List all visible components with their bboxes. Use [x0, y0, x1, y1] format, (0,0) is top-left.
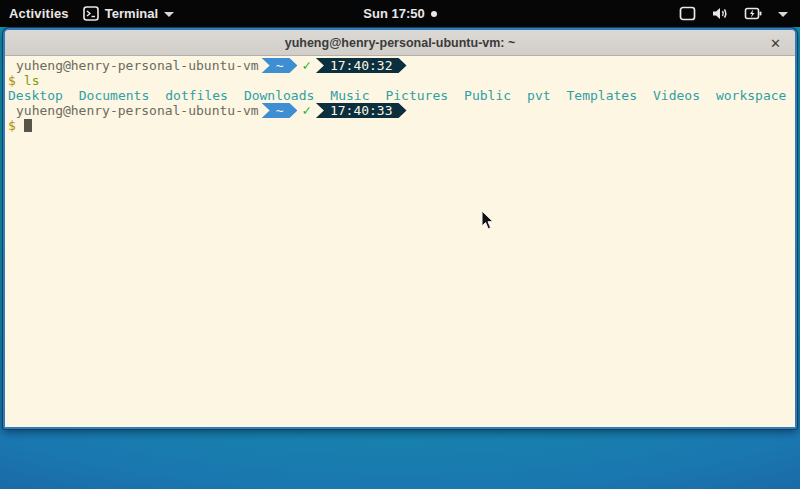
directory-entry: Public — [464, 88, 511, 103]
directory-listing: DesktopDocumentsdotfilesDownloadsMusicPi… — [8, 88, 792, 103]
activities-button[interactable]: Activities — [9, 6, 69, 21]
clock-label: Sun 17:50 — [363, 6, 424, 21]
powerline-cwd-segment: ~ — [262, 58, 298, 73]
app-menu-label: Terminal — [105, 6, 158, 21]
directory-entry: Music — [330, 88, 369, 103]
notification-dot — [431, 11, 437, 17]
prompt-user-host: yuheng@henry-personal-ubuntu-vm — [16, 58, 259, 73]
directory-entry: Templates — [567, 88, 637, 103]
command-line: $ ls — [8, 73, 792, 88]
app-menu-terminal[interactable]: Terminal — [83, 6, 174, 21]
command-text: ls — [24, 73, 40, 88]
directory-entry: Documents — [79, 88, 149, 103]
chevron-down-icon — [778, 12, 788, 17]
directory-entry: Desktop — [8, 88, 63, 103]
prompt-user-host: yuheng@henry-personal-ubuntu-vm — [16, 103, 259, 118]
powerline-time-segment: 17:40:33 — [316, 103, 407, 118]
volume-icon — [711, 6, 729, 21]
powerline-time-segment: 17:40:32 — [316, 58, 407, 73]
directory-entry: Videos — [653, 88, 700, 103]
chevron-down-icon — [164, 12, 174, 17]
directory-entry: dotfiles — [165, 88, 228, 103]
system-status-area[interactable] — [679, 6, 800, 21]
directory-entry: Downloads — [244, 88, 314, 103]
window-title: yuheng@henry-personal-ubuntu-vm: ~ — [285, 36, 516, 50]
window-titlebar[interactable]: yuheng@henry-personal-ubuntu-vm: ~ ✕ — [5, 30, 795, 56]
terminal-window: yuheng@henry-personal-ubuntu-vm: ~ ✕ yuh… — [3, 28, 797, 429]
text-cursor — [24, 119, 32, 132]
prompt-line: yuheng@henry-personal-ubuntu-vm ~ ✓ 17:4… — [8, 58, 792, 73]
screen-icon — [679, 6, 696, 21]
top-bar: Activities Terminal Sun 17:50 — [0, 0, 800, 27]
powerline-cwd-segment: ~ — [262, 103, 298, 118]
input-line[interactable]: $ — [8, 118, 792, 133]
terminal-icon — [83, 6, 99, 21]
terminal-content[interactable]: yuheng@henry-personal-ubuntu-vm ~ ✓ 17:4… — [5, 56, 795, 427]
prompt-symbol: $ — [8, 73, 16, 88]
status-check-icon: ✓ — [302, 103, 310, 118]
directory-entry: pvt — [527, 88, 550, 103]
battery-charging-icon — [744, 6, 763, 21]
prompt-symbol: $ — [8, 118, 16, 133]
prompt-line: yuheng@henry-personal-ubuntu-vm ~ ✓ 17:4… — [8, 103, 792, 118]
directory-entry: workspace — [716, 88, 786, 103]
close-button[interactable]: ✕ — [770, 30, 781, 56]
directory-entry: Pictures — [385, 88, 448, 103]
status-check-icon: ✓ — [302, 58, 310, 73]
clock-button[interactable]: Sun 17:50 — [363, 6, 436, 21]
